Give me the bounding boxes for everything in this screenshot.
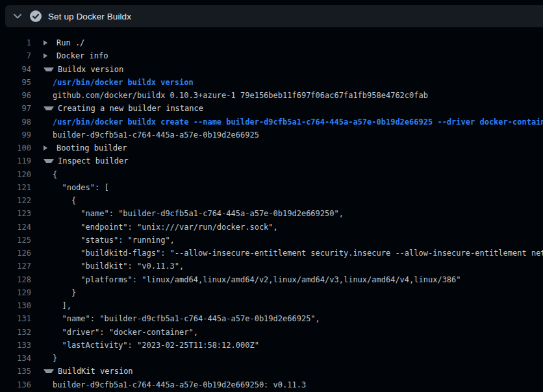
line-number[interactable]: 136 [0, 380, 31, 389]
line-number[interactable]: 131 [0, 314, 31, 323]
log-line-text: Inspect builder [58, 156, 128, 165]
log-line: 125 "status": "running", [0, 234, 543, 247]
line-number[interactable]: 122 [0, 196, 31, 205]
log-line[interactable]: 100 Booting builder [0, 141, 543, 154]
log-line-text: "endpoint": "unix:///var/run/docker.sock… [53, 223, 278, 232]
line-number[interactable]: 125 [0, 236, 31, 245]
log-line-text: /usr/bin/docker buildx create --name bui… [53, 117, 543, 127]
line-number[interactable]: 1 [0, 38, 31, 47]
line-number[interactable]: 129 [0, 288, 31, 297]
actions-log-page: Set up Docker Buildx 1 Run ./ 7 Docker i… [0, 0, 543, 392]
log-line: 95 /usr/bin/docker buildx version [0, 76, 543, 89]
line-number[interactable]: 7 [0, 51, 31, 60]
log-line: 122 { [0, 194, 543, 207]
line-number[interactable]: 119 [0, 156, 31, 165]
log-line-text: { [53, 196, 76, 205]
line-number[interactable]: 97 [0, 104, 31, 113]
log-line: 98 /usr/bin/docker buildx create --name … [0, 116, 543, 129]
log-line[interactable]: 94 Buildx version [0, 63, 543, 76]
log-line[interactable]: 119 Inspect builder [0, 154, 543, 167]
log-line-text: "platforms": "linux/amd64,linux/amd64/v2… [53, 275, 461, 284]
log-line: 133 "lastActivity": "2023-02-25T11:58:12… [0, 339, 543, 352]
log-line: 120 { [0, 168, 543, 181]
log-line-text: builder-d9cfb5a1-c764-445a-a57e-0b19d2e6… [53, 380, 306, 389]
log-line[interactable]: 1 Run ./ [0, 36, 543, 49]
log-line-text: Booting builder [57, 143, 127, 153]
line-number[interactable]: 94 [0, 65, 31, 74]
log-line-text: "buildkit": "v0.11.3", [53, 262, 184, 271]
log-line-text: "lastActivity": "2023-02-25T11:58:12.000… [53, 341, 259, 350]
log-line: 130 ], [0, 299, 543, 312]
chevron-expanded-icon[interactable] [44, 369, 54, 373]
log-line: 121 "nodes": [ [0, 181, 543, 194]
line-number[interactable]: 134 [0, 354, 31, 363]
log-line[interactable]: 7 Docker info [0, 49, 543, 62]
log-line: 136 builder-d9cfb5a1-c764-445a-a57e-0b19… [0, 378, 543, 391]
log-line-text: Run ./ [57, 38, 84, 47]
line-number[interactable]: 100 [0, 143, 31, 153]
line-number[interactable]: 132 [0, 328, 31, 337]
log-line: 99 builder-d9cfb5a1-c764-445a-a57e-0b19d… [0, 129, 543, 141]
line-number[interactable]: 123 [0, 209, 31, 218]
log-line: 127 "buildkit": "v0.11.3", [0, 260, 543, 273]
line-number[interactable]: 120 [0, 170, 31, 179]
log-line-text: ], [53, 301, 71, 310]
log-line: 129 } [0, 286, 543, 299]
log-line: 134 } [0, 352, 543, 365]
line-number[interactable]: 99 [0, 130, 31, 140]
chevron-collapsed-icon[interactable] [44, 40, 53, 45]
log-line[interactable]: 135 BuildKit version [0, 365, 543, 378]
log-line-text: Docker info [57, 51, 108, 60]
log-line-text: { [53, 170, 57, 179]
check-circle-icon [30, 10, 42, 22]
log-line-text: "driver": "docker-container", [53, 328, 198, 337]
chevron-collapsed-icon[interactable] [44, 145, 53, 151]
line-number[interactable]: 98 [0, 117, 31, 127]
log-line-text: "name": "builder-d9cfb5a1-c764-445a-a57e… [53, 209, 344, 218]
step-title: Set up Docker Buildx [48, 12, 131, 21]
log-viewer: 1 Run ./ 7 Docker info 94 Buildx version… [0, 36, 543, 391]
log-line: 124 "endpoint": "unix:///var/run/docker.… [0, 221, 543, 234]
log-line: 128 "platforms": "linux/amd64,linux/amd6… [0, 273, 543, 286]
log-line-text: /usr/bin/docker buildx version [53, 78, 194, 87]
log-line-text: builder-d9cfb5a1-c764-445a-a57e-0b19d2e6… [53, 130, 259, 140]
line-number[interactable]: 126 [0, 249, 31, 258]
chevron-expanded-icon[interactable] [44, 159, 54, 163]
line-number[interactable]: 96 [0, 91, 31, 100]
log-line-text: github.com/docker/buildx 0.10.3+azure-1 … [53, 91, 428, 100]
chevron-down-icon[interactable] [13, 13, 22, 19]
chevron-expanded-icon[interactable] [44, 67, 54, 71]
log-line-text: BuildKit version [58, 367, 133, 376]
log-line: 126 "buildkitd-flags": "--allow-insecure… [0, 247, 543, 260]
log-line-text: "name": "builder-d9cfb5a1-c764-445a-a57e… [53, 314, 320, 323]
line-number[interactable]: 128 [0, 275, 31, 284]
log-line-text: } [53, 288, 76, 297]
line-number[interactable]: 121 [0, 183, 31, 192]
line-number[interactable]: 135 [0, 367, 31, 376]
chevron-collapsed-icon[interactable] [44, 53, 53, 58]
step-header[interactable]: Set up Docker Buildx [5, 5, 543, 27]
line-number[interactable]: 127 [0, 262, 31, 271]
log-line[interactable]: 97 Creating a new builder instance [0, 102, 543, 115]
log-line: 131 "name": "builder-d9cfb5a1-c764-445a-… [0, 312, 543, 325]
log-line: 123 "name": "builder-d9cfb5a1-c764-445a-… [0, 207, 543, 220]
log-line-text: "nodes": [ [53, 183, 109, 192]
log-line-text: Buildx version [58, 65, 123, 74]
line-number[interactable]: 133 [0, 341, 31, 350]
log-line-text: Creating a new builder instance [58, 104, 203, 113]
log-line-text: "status": "running", [53, 236, 175, 245]
line-number[interactable]: 130 [0, 301, 31, 310]
line-number[interactable]: 124 [0, 223, 31, 232]
line-number[interactable]: 95 [0, 78, 31, 87]
log-line-text: } [53, 354, 57, 363]
log-line-text: "buildkitd-flags": "--allow-insecure-ent… [53, 249, 543, 258]
chevron-expanded-icon[interactable] [44, 106, 54, 110]
log-line: 96 github.com/docker/buildx 0.10.3+azure… [0, 89, 543, 102]
log-line: 132 "driver": "docker-container", [0, 326, 543, 339]
